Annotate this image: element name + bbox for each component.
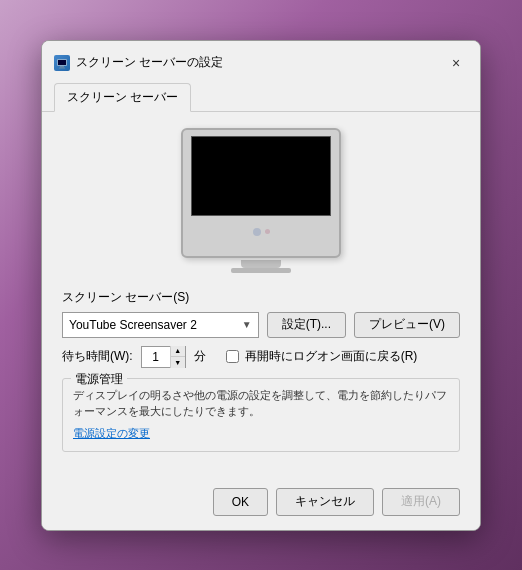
logon-checkbox-label: 再開時にログオン画面に戻る(R): [245, 348, 418, 365]
logon-checkbox-row: 再開時にログオン画面に戻る(R): [226, 348, 418, 365]
screensaver-selected-value: YouTube Screensaver 2: [69, 318, 197, 332]
monitor-screen: [191, 136, 331, 216]
tab-bar: スクリーン セーバー: [42, 75, 480, 112]
apply-button[interactable]: 適用(A): [382, 488, 460, 516]
dialog-icon: [54, 55, 70, 71]
dropdown-arrow-icon: ▼: [242, 319, 252, 330]
tab-screensaver[interactable]: スクリーン セーバー: [54, 83, 191, 112]
wait-time-input[interactable]: [142, 350, 170, 364]
wait-time-spinner[interactable]: ▲ ▼: [141, 346, 186, 368]
ok-button[interactable]: OK: [213, 488, 268, 516]
monitor: [181, 128, 341, 258]
preview-button[interactable]: プレビュー(V): [354, 312, 460, 338]
wait-row: 待ち時間(W): ▲ ▼ 分 再開時にログオン画面に戻る(R): [62, 346, 460, 368]
screensaver-row: YouTube Screensaver 2 ▼ 設定(T)... プレビュー(V…: [62, 312, 460, 338]
monitor-base-area: [191, 216, 331, 248]
power-description: ディスプレイの明るさや他の電源の設定を調整して、電力を節約したりパフォーマンスを…: [73, 387, 449, 420]
close-button[interactable]: ×: [444, 51, 468, 75]
settings-button[interactable]: 設定(T)...: [267, 312, 346, 338]
dialog-body: スクリーン セーバー(S) YouTube Screensaver 2 ▼ 設定…: [42, 112, 480, 480]
wait-label: 待ち時間(W):: [62, 348, 133, 365]
power-section: 電源管理 ディスプレイの明るさや他の電源の設定を調整して、電力を節約したりパフォ…: [62, 378, 460, 452]
minute-label: 分: [194, 348, 206, 365]
spinner-up-button[interactable]: ▲: [171, 346, 185, 357]
screensaver-dialog: スクリーン セーバーの設定 × スクリーン セーバー スクリーン: [41, 40, 481, 531]
title-bar-left: スクリーン セーバーの設定: [54, 54, 223, 71]
spinner-down-button[interactable]: ▼: [171, 357, 185, 368]
svg-rect-3: [59, 67, 65, 68]
monitor-dot: [253, 228, 261, 236]
power-settings-link[interactable]: 電源設定の変更: [73, 427, 150, 439]
power-section-title: 電源管理: [71, 371, 127, 388]
logon-checkbox[interactable]: [226, 350, 239, 363]
monitor-foot: [231, 268, 291, 273]
monitor-wrapper: [181, 128, 341, 273]
screensaver-section-label: スクリーン セーバー(S): [62, 289, 460, 306]
svg-rect-2: [60, 66, 64, 68]
screensaver-dropdown[interactable]: YouTube Screensaver 2 ▼: [62, 312, 259, 338]
title-bar: スクリーン セーバーの設定 ×: [42, 41, 480, 75]
monitor-preview-container: [62, 128, 460, 273]
monitor-dot-small: [265, 229, 270, 234]
monitor-stand: [241, 260, 281, 268]
spinner-buttons: ▲ ▼: [170, 346, 185, 368]
cancel-button[interactable]: キャンセル: [276, 488, 374, 516]
dialog-title: スクリーン セーバーの設定: [76, 54, 223, 71]
svg-rect-1: [58, 60, 66, 65]
dialog-footer: OK キャンセル 適用(A): [42, 480, 480, 530]
